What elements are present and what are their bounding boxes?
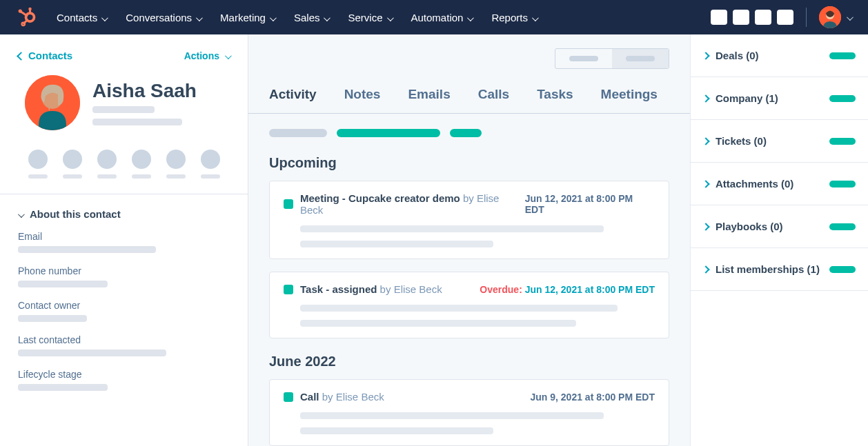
nav-item-automation[interactable]: Automation [411, 12, 473, 23]
chevron-down-icon [270, 12, 275, 23]
side-panel-label: Deals (0) [716, 50, 759, 61]
nav-item-reports[interactable]: Reports [491, 12, 537, 23]
chevron-right-icon [702, 137, 709, 145]
divider [806, 8, 807, 27]
side-panel-action-placeholder[interactable] [829, 223, 856, 230]
chevron-right-icon [702, 180, 709, 187]
nav-item-sales[interactable]: Sales [294, 12, 329, 23]
field-label: Last contacted [18, 334, 230, 345]
chevron-down-icon [225, 50, 230, 61]
side-panel-tickets[interactable]: Tickets (0) [691, 120, 868, 163]
about-section-toggle[interactable]: About this contact [0, 194, 248, 223]
quick-action-placeholder[interactable] [97, 150, 117, 179]
chevron-down-icon [196, 12, 201, 23]
contact-avatar[interactable] [25, 75, 80, 130]
chevron-down-icon [324, 12, 328, 23]
user-avatar[interactable] [819, 6, 841, 28]
contact-field[interactable]: Contact owner [18, 300, 230, 322]
nav-item-label: Automation [411, 12, 464, 23]
quick-action-placeholder[interactable] [166, 150, 186, 179]
tab-calls[interactable]: Calls [478, 87, 509, 113]
contact-field[interactable]: Phone number [18, 265, 230, 287]
filter-chip-placeholder[interactable] [450, 129, 482, 137]
quick-action-placeholder[interactable] [63, 150, 82, 179]
header-action-placeholder[interactable] [733, 10, 749, 25]
view-toggle-group [555, 48, 669, 69]
chevron-right-icon [702, 223, 709, 230]
side-panel-action-placeholder[interactable] [829, 181, 856, 187]
activity-card-header: Task - assigned by Elise BeckOverdue: Ju… [284, 283, 655, 295]
field-label: Contact owner [18, 300, 230, 311]
filter-chip-placeholder[interactable] [269, 129, 327, 137]
activity-body-placeholder [300, 225, 655, 247]
nav-item-contacts[interactable]: Contacts [57, 12, 106, 23]
side-panel-list-memberships[interactable]: List memberships (1) [691, 248, 868, 291]
side-panel-action-placeholder[interactable] [829, 95, 856, 102]
timeline-section-title: June 2022 [248, 351, 690, 379]
activity-body-placeholder [300, 305, 655, 327]
nav-item-label: Sales [294, 12, 320, 23]
activity-card[interactable]: Call by Elise BeckJun 9, 2021 at 8:00 PM… [269, 379, 669, 446]
chevron-left-icon [18, 50, 24, 61]
nav-item-conversations[interactable]: Conversations [126, 12, 201, 23]
filter-chip-placeholder[interactable] [337, 129, 440, 137]
activity-card[interactable]: Meeting - Cupcake creator demo by Elise … [269, 181, 669, 259]
quick-action-placeholder[interactable] [28, 150, 48, 179]
side-panel-action-placeholder[interactable] [829, 266, 856, 273]
activity-card-header: Meeting - Cupcake creator demo by Elise … [284, 192, 655, 216]
activity-type-icon [284, 285, 293, 294]
header-action-placeholder[interactable] [777, 10, 793, 25]
side-panel-deals[interactable]: Deals (0) [691, 34, 868, 77]
view-toggle-option[interactable] [555, 49, 612, 68]
left-sidebar: Contacts Actions Aisha Saah [0, 34, 248, 446]
back-to-contacts-link[interactable]: Contacts [18, 50, 72, 61]
chevron-right-icon [702, 265, 709, 273]
chevron-down-icon[interactable] [847, 11, 851, 23]
contact-field[interactable]: Last contacted [18, 334, 230, 356]
nav-item-service[interactable]: Service [348, 12, 391, 23]
activity-date: Overdue: Jun 12, 2021 at 8:00 PM EDT [480, 284, 655, 295]
view-toggle-option-selected[interactable] [612, 49, 669, 68]
side-panel-label: Company (1) [716, 92, 778, 104]
by-label: by [460, 192, 477, 204]
side-panel-action-placeholder[interactable] [829, 52, 856, 59]
side-panel-action-placeholder[interactable] [829, 138, 856, 145]
contact-field[interactable]: Lifecycle stage [18, 369, 230, 391]
field-value-placeholder [18, 281, 108, 287]
field-value-placeholder [18, 246, 156, 253]
field-label: Email [18, 231, 230, 242]
tab-notes[interactable]: Notes [344, 87, 381, 113]
field-value-placeholder [18, 384, 108, 391]
activity-author: Elise Beck [394, 283, 442, 295]
chevron-down-icon [387, 12, 392, 23]
contact-name: Aisha Saah [92, 80, 197, 102]
topnav-right [711, 6, 851, 28]
tab-activity[interactable]: Activity [269, 87, 317, 113]
side-panel-label: List memberships (1) [716, 263, 820, 275]
hubspot-logo-icon[interactable] [17, 7, 37, 28]
chevron-down-icon [467, 12, 472, 23]
activity-title: Meeting - Cupcake creator demo by Elise … [300, 192, 525, 216]
tab-meetings[interactable]: Meetings [601, 87, 658, 113]
tab-tasks[interactable]: Tasks [537, 87, 573, 113]
filter-chips [248, 114, 690, 152]
nav-items: ContactsConversationsMarketingSalesServi… [57, 12, 537, 23]
chevron-right-icon [702, 94, 709, 102]
quick-action-placeholder[interactable] [201, 150, 220, 179]
contact-field[interactable]: Email [18, 231, 230, 253]
nav-item-label: Contacts [57, 12, 97, 23]
activity-card[interactable]: Task - assigned by Elise BeckOverdue: Ju… [269, 272, 669, 338]
header-action-placeholder[interactable] [755, 10, 771, 25]
right-sidebar: Deals (0)Company (1)Tickets (0)Attachmen… [690, 34, 868, 446]
quick-action-placeholder[interactable] [132, 150, 151, 179]
chevron-down-icon [532, 12, 537, 23]
tab-emails[interactable]: Emails [408, 87, 450, 113]
contact-header: Aisha Saah [0, 67, 248, 143]
header-action-placeholder[interactable] [711, 10, 727, 25]
side-panel-playbooks[interactable]: Playbooks (0) [691, 205, 868, 248]
nav-item-marketing[interactable]: Marketing [220, 12, 275, 23]
center-panel: ActivityNotesEmailsCallsTasksMeetings Up… [248, 34, 690, 446]
actions-dropdown[interactable]: Actions [184, 50, 230, 61]
side-panel-company[interactable]: Company (1) [691, 77, 868, 120]
side-panel-attachments[interactable]: Attachments (0) [691, 163, 868, 205]
